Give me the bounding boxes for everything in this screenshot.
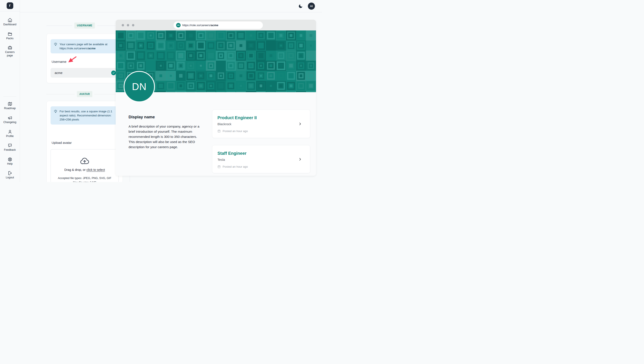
sidebar-item-careers-page[interactable]: Careers page (0, 46, 20, 57)
sidebar: r Dashboard Packs Careers page Roadmap C… (0, 0, 20, 182)
username-tip: Your careers page will be available at h… (50, 39, 119, 53)
chat-bubble-icon (8, 143, 12, 148)
user-avatar[interactable]: AI (308, 3, 315, 10)
sidebar-item-changelog[interactable]: Changelog (0, 116, 20, 124)
user-icon (8, 130, 12, 134)
job-company: Blackrock (218, 122, 295, 126)
divider-line (46, 94, 75, 94)
sidebar-nav-secondary: Roadmap Changelog Profile Feedback Help … (0, 102, 20, 179)
folder-icon (8, 32, 12, 36)
username-value: acme (55, 71, 111, 75)
sidebar-item-feedback[interactable]: Feedback (0, 143, 20, 152)
map-icon (8, 102, 12, 106)
max-file-size: Max file size: 2 MB (58, 180, 111, 182)
window-dot-icon (127, 24, 129, 26)
avatar-dropzone[interactable]: Drag & drop, or click to select Accepted… (50, 149, 119, 182)
sidebar-item-label: Logout (6, 176, 14, 179)
avatar-section-title: AVATAR (77, 91, 92, 97)
browser-window-buttons (122, 20, 134, 31)
logout-icon (8, 171, 12, 175)
sidebar-item-dashboard[interactable]: Dashboard (0, 18, 20, 26)
dark-mode-toggle[interactable] (298, 4, 303, 9)
window-dot-icon (122, 24, 124, 26)
calendar-icon (218, 130, 221, 133)
job-company: Tesla (218, 158, 295, 161)
browser-url-bar: DN https://role.so/careers/acme (174, 22, 263, 29)
sidebar-item-packs[interactable]: Packs (0, 32, 20, 40)
url-text: https://role.so/careers/acme (182, 24, 218, 27)
careers-page-preview: DN https://role.so/careers/acme DN Displ… (116, 20, 316, 176)
sidebar-item-label: Help (7, 162, 13, 166)
lightbulb-icon (54, 43, 58, 50)
job-posted-text: Posted an hour ago (222, 165, 248, 168)
sidebar-item-label: Packs (6, 37, 14, 40)
sidebar-item-label: Roadmap (4, 107, 16, 110)
job-title[interactable]: Product Engineer II (218, 115, 295, 120)
home-icon (8, 18, 12, 22)
username-card: Your careers page will be available at h… (46, 34, 123, 83)
job-posted-row: Posted an hour ago (218, 165, 295, 168)
sidebar-header: r (0, 0, 20, 11)
cloud-upload-icon (80, 157, 90, 165)
sidebar-item-label: Profile (6, 135, 14, 138)
avatar-tip-text: For best results, use a square image (1:… (60, 109, 116, 122)
sidebar-item-help[interactable]: Help (0, 157, 20, 166)
site-favicon: DN (176, 23, 180, 28)
moon-icon (298, 4, 303, 9)
app-logo[interactable]: r (7, 2, 13, 9)
display-name-heading: Display name (128, 115, 155, 119)
avatar-tip: For best results, use a square image (1:… (50, 106, 119, 125)
browser-chrome: DN https://role.so/careers/acme (116, 20, 316, 31)
avatar-card: For best results, use a square image (1:… (46, 101, 123, 182)
username-input[interactable]: acme (50, 68, 119, 78)
lightbulb-icon (54, 110, 58, 122)
sidebar-item-label: Dashboard (3, 23, 16, 26)
annotation-arrow-icon (66, 56, 77, 65)
window-dot-icon (132, 24, 134, 26)
sidebar-item-logout[interactable]: Logout (0, 171, 20, 179)
main-content: USERNAME Your careers page will be avail… (20, 13, 322, 182)
chevron-right-icon[interactable] (298, 122, 302, 126)
username-section-header: USERNAME (46, 23, 123, 29)
chevron-right-icon[interactable] (298, 157, 302, 161)
sidebar-item-profile[interactable]: Profile (0, 130, 20, 138)
sidebar-item-label: Changelog (4, 121, 16, 124)
divider-line (46, 26, 72, 26)
job-card[interactable]: Product Engineer II Blackrock Posted an … (212, 110, 310, 138)
username-section-title: USERNAME (74, 23, 95, 29)
avatar-section-header: AVATAR (46, 91, 123, 97)
username-tip-text: Your careers page will be available at h… (60, 42, 116, 50)
life-buoy-icon (8, 157, 12, 162)
upload-avatar-label: Upload avatar (52, 141, 72, 145)
job-posted-row: Posted an hour ago (218, 130, 295, 133)
sidebar-item-label: Feedback (4, 148, 16, 152)
username-field-label: Username (52, 60, 66, 64)
job-card[interactable]: Staff Engineer Tesla Posted an hour ago (212, 145, 310, 173)
check-icon (111, 71, 116, 75)
sidebar-item-label: Careers page (3, 51, 16, 57)
calendar-icon (218, 165, 221, 168)
accepted-file-types: Accepted file types: JPEG, PNG, SVG, GIF (58, 176, 111, 180)
click-to-select-link[interactable]: click to select (86, 168, 105, 172)
job-title[interactable]: Staff Engineer (218, 151, 295, 156)
dropzone-instruction: Drag & drop, or click to select (64, 168, 105, 172)
company-description: A brief description of your company, age… (128, 124, 204, 150)
dropzone-file-rules: Accepted file types: JPEG, PNG, SVG, GIF… (58, 176, 111, 182)
sidebar-divider (4, 96, 16, 97)
megaphone-icon (8, 116, 12, 120)
company-avatar: DN (124, 71, 155, 102)
job-posted-text: Posted an hour ago (222, 130, 248, 133)
briefcase-icon (8, 46, 12, 50)
sidebar-nav-primary: Dashboard Packs Careers page (0, 18, 20, 58)
sidebar-item-roadmap[interactable]: Roadmap (0, 102, 20, 110)
topbar: AI (20, 0, 322, 13)
